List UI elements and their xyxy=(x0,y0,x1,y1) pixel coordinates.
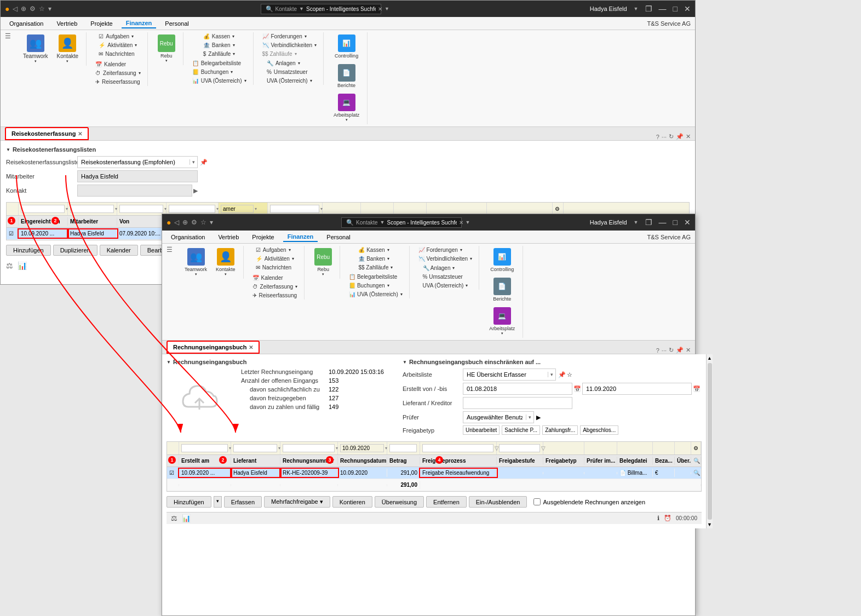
btn-hinzufuegen-arrow-2[interactable]: ▾ xyxy=(214,496,222,508)
filter-cell-ueber-2[interactable] xyxy=(675,442,691,454)
search-bar-1[interactable]: 🔍 Kontakte ▼ ✕ ▼ xyxy=(261,4,381,14)
btn-hinzufuegen-2[interactable]: Hinzufügen xyxy=(167,496,211,508)
ribbon-anlagen-2[interactable]: 🔧 Anlagen▾ xyxy=(421,264,470,272)
filter-cell-search-2[interactable]: ⚙ xyxy=(691,442,701,454)
scroll-down-2[interactable]: ▼ xyxy=(706,521,713,528)
menu-personal-2[interactable]: Personal xyxy=(322,233,354,241)
ribbon-belegarbeitsliste-2[interactable]: 📋 Belegarbeitsliste xyxy=(347,273,405,281)
win-minimize-1[interactable]: — xyxy=(659,4,667,13)
ribbon-zahllaeufe-2[interactable]: $$ Zahlläufe▾ xyxy=(356,263,395,272)
grid-data-search-2[interactable]: 🔍 xyxy=(691,469,701,477)
form-dd-btn-pruefer-2[interactable]: ▾ xyxy=(526,414,533,420)
filter-eingereicht-input-1[interactable] xyxy=(21,205,65,213)
grid-header-belegdatei-2[interactable]: Belegdatei xyxy=(617,457,653,465)
form-input-lieferant-2[interactable] xyxy=(463,397,572,409)
freigabetyp-unbearbeitet-2[interactable]: Unbearbeitet xyxy=(463,425,500,435)
ribbon-umsatzsteuer-2[interactable]: % Umsatzsteuer xyxy=(421,273,470,281)
ribbon-buchungen-1[interactable]: 📒 Buchungen▾ xyxy=(190,68,249,76)
ribbon-belegarbeitsliste-1[interactable]: 📋 Belegarbeitsliste xyxy=(190,59,249,67)
btn-hinzufuegen-1[interactable]: Hinzufügen xyxy=(6,245,51,256)
grid-data-check-2[interactable]: ☑ xyxy=(167,469,179,477)
arbeitsliste-pin-2[interactable]: 📌 xyxy=(558,371,566,378)
ribbon-berichte-btn-2[interactable]: 📄 Berichte xyxy=(490,275,514,304)
grid-header-ueber-2[interactable]: Über... xyxy=(675,457,691,465)
grid-header-beza-2[interactable]: Beza... xyxy=(653,457,675,465)
filter-cell-von-1[interactable]: ▾ xyxy=(117,203,167,215)
ribbon-uva-1[interactable]: 📊 UVA (Österreich)▾ xyxy=(190,77,249,85)
ribbon-zahllaeufe-1[interactable]: $ Zahlläufe▾ xyxy=(201,50,238,58)
menu-organisation-2[interactable]: Organisation xyxy=(167,233,209,241)
ribbon-aufgaben-1[interactable]: ☑ Aufgaben▾ xyxy=(96,32,139,41)
tab-more-1[interactable]: ··· xyxy=(662,134,667,140)
nav-star-2[interactable]: ☆ xyxy=(200,218,206,226)
panel-toggle-2[interactable]: ☰ xyxy=(167,246,173,254)
filter-bis-input-1[interactable] xyxy=(169,205,215,213)
form-input-list-1[interactable] xyxy=(78,158,190,166)
menu-organisation-1[interactable]: Organisation xyxy=(5,19,48,28)
grid-header-lieferant-2[interactable]: Lieferant xyxy=(231,457,280,465)
filter-kontakt-arrow-1[interactable]: ▾ xyxy=(255,206,257,211)
tab-help-1[interactable]: ? xyxy=(656,134,659,140)
nav-settings-1[interactable]: ⚙ xyxy=(30,5,36,13)
filter-cell-freigabestufe-2[interactable]: ▽ xyxy=(497,442,543,454)
nav-settings-2[interactable]: ⚙ xyxy=(191,218,197,226)
grid-data-check-1[interactable]: ☑ xyxy=(7,229,19,238)
filter-betrag-input-2[interactable] xyxy=(389,444,417,452)
scrollbar-2[interactable]: ▲ ▼ xyxy=(706,354,713,528)
filter-cell-eingereicht-1[interactable]: ▾ xyxy=(19,203,68,215)
btn-ueberweisung-2[interactable]: Überweisung xyxy=(375,496,424,508)
menu-projekte-2[interactable]: Projekte xyxy=(248,233,278,241)
form-dd-btn-list-1[interactable]: ▾ xyxy=(190,159,197,165)
scroll-up-2[interactable]: ▲ xyxy=(706,354,713,362)
ribbon-forderungen-1[interactable]: 📈 Forderungen▾ xyxy=(260,32,319,41)
form-dd-arbeitsliste-2[interactable]: ▾ xyxy=(463,369,556,381)
filter-cell-datum-2[interactable]: ▾ xyxy=(338,442,387,454)
freigabetyp-sachlich-2[interactable]: Sachliche P... xyxy=(502,425,540,435)
menu-vertrieb-1[interactable]: Vertrieb xyxy=(52,19,82,28)
ribbon-kontakte-btn-1[interactable]: 👤 Kontakte ▾ xyxy=(54,32,82,66)
filter-cell-freigabe-2[interactable]: ▽ xyxy=(420,442,497,454)
freigabetyp-abgeschlos-2[interactable]: Abgeschlos... xyxy=(580,425,618,435)
tab-reisekostenerfassung-1[interactable]: Reisekostenerfassung ✕ xyxy=(5,127,89,140)
search-dropdown-1[interactable]: ▼ xyxy=(384,6,389,11)
filter-von-input-1[interactable] xyxy=(119,205,163,213)
ribbon-uva-2[interactable]: 📊 UVA (Österreich)▾ xyxy=(347,290,405,298)
filter-cell-belegdatei-2[interactable] xyxy=(617,442,653,454)
btn-mehrfachfreigabe-2[interactable]: Mehrfachfreigabe ▾ xyxy=(264,496,330,508)
checkbox-ausgeblendet-2[interactable] xyxy=(533,498,541,505)
kontakt-arrow-1[interactable]: ▶ xyxy=(193,187,198,194)
filter-erstellt-input-2[interactable] xyxy=(181,444,228,452)
form-input-pruefer-2[interactable] xyxy=(463,413,526,422)
filter-cell-freigabetyp-2[interactable] xyxy=(543,442,584,454)
form-dd-pruefer-2[interactable]: ▾ xyxy=(463,411,534,423)
nav-star-1[interactable]: ☆ xyxy=(39,5,45,13)
form-pin-1[interactable]: 📌 xyxy=(200,159,208,166)
menu-finanzen-1[interactable]: Finanzen xyxy=(122,19,157,28)
filter-freigabestufe-input-2[interactable] xyxy=(499,444,540,452)
tab-help-2[interactable]: ? xyxy=(656,347,659,354)
win-maximize-1[interactable]: □ xyxy=(673,4,678,13)
grid-header-betrag-2[interactable]: Betrag xyxy=(387,457,420,465)
form-input-mitarbeiter-1[interactable]: Hadya Eisfeld xyxy=(77,170,198,182)
grid-header-pruefer-2[interactable]: Prüfer im... xyxy=(584,457,617,465)
filter-anlass-input-1[interactable] xyxy=(270,205,319,213)
user-dropdown-1[interactable]: ▼ xyxy=(634,6,639,11)
nav-back-1[interactable]: ◁ xyxy=(13,5,18,13)
filter-mitarbeiter-input-1[interactable] xyxy=(70,205,114,213)
scroll-thumb-2[interactable] xyxy=(708,363,712,520)
ribbon-arbeitsplatz-btn-1[interactable]: 💻 Arbeitsplatz ▾ xyxy=(330,91,363,124)
btn-kontieren-2[interactable]: Kontieren xyxy=(332,496,372,508)
ribbon-anlagen-1[interactable]: 🔧 Anlagen▾ xyxy=(265,59,314,67)
filter-cell-rechnungsnr-2[interactable]: ▾ xyxy=(280,442,338,454)
grid-header-von-1[interactable]: Von xyxy=(117,217,167,226)
search-input-1[interactable] xyxy=(306,6,376,12)
ribbon-kassen-2[interactable]: 💰 Kassen▾ xyxy=(356,246,395,254)
ribbon-zahllaeufe2-1[interactable]: $$ Zahlläufe▾ xyxy=(260,50,319,58)
tab-refresh-1[interactable]: ↻ xyxy=(669,133,674,140)
user-dropdown-2[interactable]: ▼ xyxy=(634,220,639,225)
ribbon-zeiterfassung-1[interactable]: ⏱ Zeiterfassung▾ xyxy=(93,69,143,77)
tab-pin-2[interactable]: 📌 xyxy=(676,347,684,354)
tab-pin-1[interactable]: 📌 xyxy=(676,133,684,140)
grid-header-freigabetyp-2[interactable]: Freigabetyp xyxy=(543,457,584,465)
menu-finanzen-2[interactable]: Finanzen xyxy=(283,232,318,242)
